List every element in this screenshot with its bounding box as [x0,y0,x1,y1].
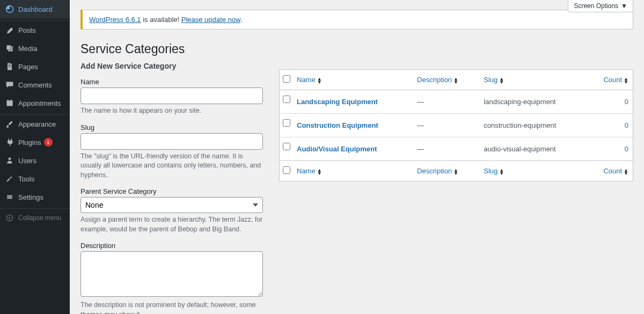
sidebar-item-pages[interactable]: Pages [0,57,70,76]
sort-icon: ▲▼ [453,169,458,175]
row-description: — [413,114,479,137]
sort-icon: ▲▼ [499,169,504,175]
sidebar-item-label: Media [18,45,37,53]
notice-end: . [240,16,243,24]
add-form: Add New Service Category Name The name i… [80,62,263,314]
sidebar-item-media[interactable]: Media [0,39,70,57]
calendar-icon [4,98,15,108]
page-icon [4,61,15,72]
column-footer-slug[interactable]: Slug▲▼ [479,160,588,181]
row-checkbox[interactable] [283,143,290,150]
sidebar-item-label: Users [18,157,36,165]
plugin-update-badge: 1 [44,138,53,147]
dashboard-icon [4,4,15,14]
sidebar-item-label: Pages [18,63,38,71]
sidebar-item-label: Collapse menu [18,214,61,222]
sidebar-item-posts[interactable]: Posts [0,21,70,39]
row-slug: construction-equipment [479,114,588,137]
sort-icon: ▲▼ [499,77,504,84]
table-row: Audio/Visual Equipment — audio-visual-eq… [280,137,633,160]
row-name-link[interactable]: Audio/Visual Equipment [297,145,377,153]
row-checkbox[interactable] [283,119,290,127]
name-label: Name [80,78,263,86]
svg-point-1 [6,215,12,221]
brush-icon [4,119,15,129]
plugin-icon [4,137,15,148]
description-label: Description [80,242,263,250]
column-header-description[interactable]: Description▲▼ [413,70,479,90]
pin-icon [4,25,15,35]
wordpress-version-link[interactable]: WordPress 6.6.1 [89,16,141,24]
section-title: Add New Service Category [80,62,263,70]
sidebar-item-dashboard[interactable]: Dashboard [0,0,70,18]
category-table-wrap: Name▲▼ Description▲▼ Slug▲▼ Count▲▼ Land… [279,62,633,314]
row-slug: audio-visual-equipment [479,137,588,160]
description-help: The description is not prominent by defa… [80,301,263,314]
sidebar-item-plugins[interactable]: Plugins 1 [0,133,70,151]
row-checkbox[interactable] [283,96,290,103]
chevron-down-icon: ▼ [621,2,627,10]
sidebar-item-label: Posts [18,26,36,34]
select-all-checkbox-bottom[interactable] [283,166,290,174]
collapse-icon [4,213,15,223]
screen-options-label: Screen Options [574,2,618,10]
sidebar-item-label: Dashboard [18,5,53,13]
sidebar-item-label: Tools [18,175,34,183]
slug-help: The "slug" is the URL-friendly version o… [80,152,263,180]
update-notice: WordPress 6.6.1 is available! Please upd… [80,10,633,30]
sidebar-item-label: Appointments [18,99,61,107]
sidebar-item-appointments[interactable]: Appointments [0,94,70,112]
user-icon [4,155,15,166]
parent-help: Assign a parent term to create a hierarc… [80,215,263,234]
row-name-link[interactable]: Construction Equipment [297,121,378,129]
sidebar-item-tools[interactable]: Tools [0,170,70,188]
update-now-link[interactable]: Please update now [181,16,240,24]
sidebar-item-users[interactable]: Users [0,151,70,170]
sort-icon: ▲▼ [624,77,628,84]
admin-sidebar: Dashboard Posts Media Pages Comments App… [0,0,70,314]
tool-icon [4,173,15,184]
row-description: — [413,137,479,160]
sidebar-item-label: Appearance [18,120,56,128]
row-slug: landscaping-equipment [479,90,588,114]
name-input[interactable] [80,87,263,104]
page-title: Service Categories [80,39,633,56]
sidebar-item-label: Comments [18,81,52,89]
sidebar-item-label: Plugins [18,138,41,147]
column-footer-count[interactable]: Count▲▼ [588,160,633,181]
row-name-link[interactable]: Landscaping Equipment [297,98,378,106]
table-row: Construction Equipment — construction-eq… [280,114,633,137]
sidebar-collapse-menu[interactable]: Collapse menu [0,209,70,227]
table-row: Landscaping Equipment — landscaping-equi… [280,90,633,114]
main-content: Screen Options ▼ WordPress 6.6.1 is avai… [70,0,644,314]
slug-label: Slug [80,123,263,132]
screen-options-button[interactable]: Screen Options ▼ [568,0,633,12]
settings-icon [4,192,15,202]
comment-icon [4,79,15,90]
description-input[interactable] [80,251,263,297]
name-help: The name is how it appears on your site. [80,106,263,116]
sidebar-item-comments[interactable]: Comments [0,76,70,94]
column-header-count[interactable]: Count▲▼ [588,70,633,90]
row-count-link[interactable]: 0 [625,121,628,129]
sort-icon: ▲▼ [317,77,322,84]
sidebar-item-appearance[interactable]: Appearance [0,115,70,133]
slug-input[interactable] [80,133,263,150]
column-header-slug[interactable]: Slug▲▼ [479,70,588,90]
parent-select[interactable]: None [80,197,263,213]
column-header-name[interactable]: Name▲▼ [292,70,413,90]
column-footer-description[interactable]: Description▲▼ [413,160,479,181]
row-count-link[interactable]: 0 [625,145,628,153]
sort-icon: ▲▼ [317,169,322,175]
row-count-link[interactable]: 0 [625,98,628,106]
row-description: — [413,90,479,114]
sort-icon: ▲▼ [624,169,628,175]
notice-text: is available! [141,16,181,24]
svg-point-0 [9,157,11,160]
media-icon [4,43,15,54]
sidebar-item-settings[interactable]: Settings [0,188,70,206]
parent-label: Parent Service Category [80,187,263,195]
sort-icon: ▲▼ [453,77,458,84]
select-all-checkbox-top[interactable] [283,75,290,83]
column-footer-name[interactable]: Name▲▼ [292,160,413,181]
